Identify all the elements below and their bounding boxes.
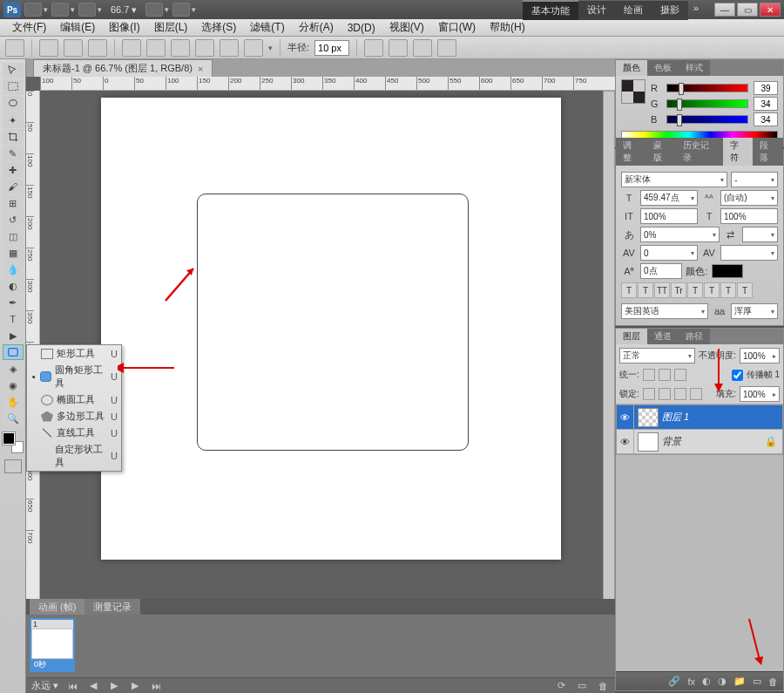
brush-tool[interactable]: 🖌 (3, 179, 24, 194)
3d-camera-tool[interactable]: ◉ (3, 377, 24, 393)
titlebar-zoom[interactable]: 66.7 ▾ (111, 4, 137, 16)
combine-exclude-icon[interactable] (437, 39, 456, 57)
r-value[interactable] (754, 81, 778, 95)
unify-position-icon[interactable] (643, 369, 655, 381)
layer-thumbnail[interactable] (638, 432, 659, 452)
minibridge-icon[interactable] (51, 3, 69, 17)
workspace-more[interactable]: » (688, 0, 704, 20)
g-value[interactable] (754, 97, 778, 111)
foreground-color[interactable] (3, 432, 15, 445)
g-slider[interactable] (666, 99, 748, 108)
layer-fx-icon[interactable]: fx (687, 676, 695, 687)
history-brush-tool[interactable]: ↺ (3, 212, 24, 228)
style-strike[interactable]: T (737, 282, 753, 298)
prev-frame-button[interactable]: ◀ (86, 680, 100, 692)
3d-tool[interactable]: ◈ (3, 361, 24, 377)
canvas-viewport[interactable] (40, 91, 601, 641)
font-family-select[interactable]: 新宋体▾ (621, 172, 727, 187)
antialias-select[interactable]: 浑厚▾ (731, 303, 778, 319)
tab-swatches[interactable]: 色板 (647, 60, 679, 76)
style-underline[interactable]: T (720, 282, 736, 298)
b-value[interactable] (754, 112, 778, 126)
link-layers-icon[interactable]: 🔗 (668, 676, 680, 687)
visibility-toggle[interactable]: 👁 (617, 405, 634, 429)
kerning2-select[interactable]: 0▾ (640, 245, 698, 261)
eraser-tool[interactable]: ◫ (3, 228, 24, 244)
eyedropper-tool[interactable]: ✎ (3, 146, 24, 161)
tracking-select[interactable]: ▾ (742, 227, 778, 242)
combine-subtract-icon[interactable] (389, 39, 408, 57)
style-sub[interactable]: T (704, 282, 720, 298)
kerning-select[interactable]: 0%▾ (640, 227, 720, 242)
type-tool[interactable]: T (3, 311, 24, 327)
close-button[interactable]: ✕ (760, 3, 781, 17)
combine-intersect-icon[interactable] (413, 39, 432, 57)
scrollbar-vertical[interactable] (603, 91, 615, 641)
tab-adjustments[interactable]: 调整 (616, 138, 646, 166)
flyout-item-custom[interactable]: 自定形状工具U (27, 441, 121, 471)
workspace-design[interactable]: 设计 (578, 0, 615, 20)
workspace-painting[interactable]: 绘画 (615, 0, 652, 20)
menu-help[interactable]: 帮助(H) (483, 18, 532, 37)
move-tool[interactable] (3, 63, 24, 78)
tsume-select[interactable]: ▾ (720, 245, 778, 261)
zoom-tool[interactable]: 🔍 (3, 411, 24, 426)
delete-layer-icon[interactable]: 🗑 (768, 676, 778, 687)
unify-visibility-icon[interactable] (659, 369, 671, 381)
blend-mode-select[interactable]: 正常▾ (619, 348, 695, 363)
new-layer-icon[interactable]: ▭ (753, 676, 761, 687)
menu-file[interactable]: 文件(F) (5, 18, 53, 37)
layer-name[interactable]: 背景 (662, 435, 765, 448)
propagate-checkbox[interactable] (732, 370, 743, 381)
layer-group-icon[interactable]: 📁 (733, 676, 746, 687)
language-select[interactable]: 美国英语▾ (621, 303, 708, 319)
tab-styles[interactable]: 样式 (679, 60, 710, 76)
delete-frame-button[interactable]: 🗑 (596, 680, 610, 692)
crop-tool[interactable] (3, 129, 24, 145)
tween-button[interactable]: ⟳ (554, 680, 568, 692)
menu-edit[interactable]: 编辑(E) (53, 18, 102, 37)
loop-selector[interactable]: 永远 ▾ (31, 679, 58, 692)
tab-color[interactable]: 颜色 (616, 60, 647, 76)
frame-delay[interactable]: 0秒 (31, 659, 73, 670)
canvas[interactable] (101, 98, 561, 560)
layer-row[interactable]: 👁 背景 🔒 (617, 430, 782, 454)
flyout-item-rrect[interactable]: 圆角矩形工具U (27, 362, 121, 391)
shape-rect-icon[interactable] (122, 39, 141, 57)
style-allcaps[interactable]: TT (654, 282, 670, 298)
font-style-select[interactable]: -▾ (731, 172, 778, 187)
lock-transparency-icon[interactable] (643, 388, 655, 400)
opacity-input[interactable]: 100%▸ (740, 348, 780, 363)
path-select-tool[interactable]: ▶ (3, 328, 24, 343)
menu-select[interactable]: 选择(S) (194, 18, 243, 37)
tab-paragraph[interactable]: 段落 (753, 138, 783, 166)
vscale-input[interactable]: 100% (640, 208, 698, 224)
rounded-rectangle-shape[interactable] (197, 194, 469, 451)
hscale-input[interactable]: 100% (720, 208, 778, 224)
shape-custom-icon[interactable] (244, 39, 263, 57)
menu-analysis[interactable]: 分析(A) (292, 18, 341, 37)
color-swatches[interactable] (3, 432, 24, 453)
tab-channels[interactable]: 通道 (647, 329, 679, 344)
tool-preset-icon[interactable] (5, 39, 24, 57)
lock-position-icon[interactable] (674, 388, 686, 400)
viewextras-icon[interactable] (78, 3, 96, 17)
tab-animation[interactable]: 动画 (帧) (30, 599, 84, 615)
screenmode-icon[interactable] (172, 3, 190, 17)
unify-style-icon[interactable] (674, 369, 686, 381)
flyout-item-poly[interactable]: 多边形工具U (27, 408, 121, 425)
style-smallcaps[interactable]: Tr (671, 282, 686, 298)
dodge-tool[interactable]: ◐ (3, 278, 24, 294)
wand-tool[interactable]: ✦ (3, 112, 24, 128)
radius-input[interactable] (314, 40, 349, 56)
menu-3d[interactable]: 3D(D) (341, 20, 382, 36)
lock-pixels-icon[interactable] (659, 388, 671, 400)
shape-polygon-icon[interactable] (195, 39, 214, 57)
layer-mask-icon[interactable]: ◐ (702, 676, 711, 687)
visibility-toggle[interactable]: 👁 (617, 430, 634, 453)
font-size-select[interactable]: 459.47点▾ (640, 190, 698, 206)
menu-layer[interactable]: 图层(L) (147, 18, 195, 37)
animation-frame[interactable]: 1 0秒 (30, 618, 75, 672)
paths-icon[interactable] (64, 39, 83, 57)
color-preview[interactable] (621, 79, 645, 104)
